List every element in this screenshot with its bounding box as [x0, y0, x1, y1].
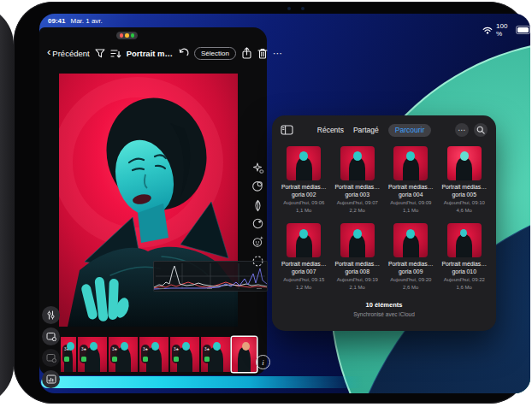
filter-icon[interactable]	[95, 49, 105, 58]
rating-label: 3★	[64, 347, 69, 351]
file-thumbnail[interactable]	[340, 146, 375, 180]
selection-button[interactable]: Sélection	[194, 47, 236, 60]
rating-label: 3★	[204, 347, 210, 351]
file-thumbnail[interactable]	[340, 223, 375, 257]
filmstrip-thumbnail[interactable]: 3★	[78, 337, 107, 372]
file-thumbnail[interactable]	[287, 146, 321, 180]
ipad-screen: 09:41 Mar. 1 avr. 100 % ‹ Précédent	[39, 14, 530, 393]
back-label: Précédent	[52, 49, 89, 58]
search-icon[interactable]	[474, 123, 488, 137]
color-tag	[112, 357, 117, 362]
rating-label: 3★	[143, 347, 148, 351]
file-date: Aujourd'hui, 09:06	[283, 200, 324, 207]
files-header: RécentsPartagéParcourir ⋯	[272, 115, 496, 137]
document-title[interactable]: Portrait m…	[127, 49, 173, 58]
photo-info-button[interactable]	[42, 370, 60, 388]
rating-label: 3★	[174, 347, 179, 351]
files-tab-récents[interactable]: Récents	[317, 126, 344, 134]
file-name: Portrait médias…goria 007	[279, 261, 328, 275]
retouch-icon[interactable]	[251, 234, 265, 249]
filmstrip-thumbnail[interactable]	[232, 337, 257, 372]
file-date: Aujourd'hui, 09:19	[337, 277, 378, 284]
undo-icon[interactable]	[178, 48, 189, 58]
select-icon[interactable]	[251, 254, 265, 268]
filmstrip-thumbnail[interactable]: 3★	[201, 337, 230, 372]
clone-icon[interactable]	[251, 216, 265, 231]
file-item[interactable]: Portrait médias…goria 008 Aujourd'hui, 0…	[331, 223, 385, 291]
adjustments-button[interactable]	[42, 306, 60, 324]
battery-percent: 100 %	[496, 22, 512, 38]
filters-icon[interactable]	[251, 179, 265, 193]
rating-label: 3★	[112, 347, 117, 351]
file-thumbnail[interactable]	[447, 223, 482, 257]
file-name: Portrait médias…goria 005	[440, 184, 489, 198]
info-button[interactable]: i	[256, 355, 270, 369]
file-item[interactable]: Portrait médias…goria 005 Aujourd'hui, 0…	[438, 146, 492, 214]
file-size: 2,1 Mo	[350, 285, 365, 292]
file-size: 1,6 Mo	[457, 285, 472, 292]
enhance-icon[interactable]	[251, 161, 265, 175]
wallpaper-cyan-glow	[41, 376, 443, 388]
files-tab-parcourir[interactable]: Parcourir	[388, 124, 431, 137]
file-name: Portrait médias…goria 003	[333, 184, 382, 198]
editor-toolbar: ‹ Précédent Portrait m… Sélection	[39, 44, 267, 62]
file-item[interactable]: Portrait médias…goria 002 Aujourd'hui, 0…	[277, 146, 331, 214]
trash-icon[interactable]	[257, 48, 268, 59]
ipad-device-frame: 09:41 Mar. 1 avr. 100 % ‹ Précédent	[14, 2, 529, 404]
window-control-dot[interactable]	[131, 33, 134, 37]
window-control-dot[interactable]	[125, 33, 128, 37]
marketing-canvas: 09:41 Mar. 1 avr. 100 % ‹ Précédent	[0, 0, 532, 407]
file-date: Aujourd'hui, 09:10	[444, 200, 485, 207]
filmstrip-thumbnail[interactable]: 3★	[139, 337, 168, 372]
files-tabs: RécentsPartagéParcourir	[317, 124, 431, 137]
rating-label: 3★	[81, 347, 86, 351]
file-item[interactable]: Portrait médias…goria 010 Aujourd'hui, 0…	[438, 223, 492, 291]
sort-icon[interactable]	[110, 49, 121, 58]
rating-badge: 3★	[110, 345, 119, 363]
photo-export-button[interactable]	[42, 349, 60, 367]
file-size: 1,1 Mo	[403, 208, 418, 215]
filmstrip: 3★ 3★ 3★ 3★ 3★ 3★	[61, 337, 257, 372]
battery-icon	[516, 26, 530, 35]
file-thumbnail[interactable]	[447, 146, 482, 180]
filmstrip-thumbnail[interactable]: 3★	[109, 337, 138, 372]
file-thumbnail[interactable]	[393, 146, 428, 180]
file-name: Portrait médias…goria 008	[333, 261, 382, 275]
window-controls[interactable]	[116, 32, 138, 39]
photo-settings-button[interactable]	[42, 327, 60, 345]
more-icon[interactable]: ⋯	[273, 50, 283, 56]
rating-badge: 3★	[203, 345, 211, 363]
back-button[interactable]: ‹ Précédent	[47, 49, 90, 58]
file-size: 2,6 Mo	[403, 285, 418, 292]
file-size: 1,1 Mo	[296, 208, 311, 215]
filmstrip-thumbnail[interactable]: 3★	[61, 337, 76, 372]
sidebar-icon[interactable]	[281, 125, 293, 135]
status-date: Mar. 1 avr.	[70, 17, 102, 25]
file-item[interactable]: Portrait médias…goria 004 Aujourd'hui, 0…	[384, 146, 438, 214]
color-tag	[204, 357, 210, 362]
color-tag	[143, 357, 148, 362]
status-bar-left: 09:41 Mar. 1 avr.	[48, 17, 103, 25]
file-item[interactable]: Portrait médias…goria 009 Aujourd'hui, 0…	[384, 223, 438, 291]
color-tag	[81, 357, 86, 362]
file-date: Aujourd'hui, 09:22	[444, 277, 485, 284]
file-item[interactable]: Portrait médias…goria 003 Aujourd'hui, 0…	[331, 146, 385, 214]
crop-icon[interactable]	[251, 198, 265, 213]
file-name: Portrait médias…goria 009	[386, 261, 435, 275]
file-item[interactable]: Portrait médias…goria 007 Aujourd'hui, 0…	[277, 223, 331, 291]
share-icon[interactable]	[241, 47, 252, 59]
more-icon[interactable]: ⋯	[455, 123, 469, 137]
file-date: Aujourd'hui, 09:20	[390, 277, 431, 284]
window-control-dot[interactable]	[120, 33, 123, 37]
file-thumbnail[interactable]	[287, 223, 321, 257]
files-tab-partagé[interactable]: Partagé	[353, 126, 379, 134]
filmstrip-thumbnail[interactable]: 3★	[170, 337, 199, 372]
file-name: Portrait médias…goria 004	[386, 184, 435, 198]
files-footer: 10 éléments Synchronisé avec iCloud	[272, 301, 496, 317]
file-date: Aujourd'hui, 09:15	[283, 277, 324, 284]
file-name: Portrait médias…goria 010	[440, 261, 489, 275]
file-thumbnail[interactable]	[393, 223, 428, 257]
item-count: 10 éléments	[272, 301, 496, 309]
file-size: 2,2 Mo	[350, 208, 365, 215]
files-grid: Portrait médias…goria 002 Aujourd'hui, 0…	[277, 146, 491, 291]
